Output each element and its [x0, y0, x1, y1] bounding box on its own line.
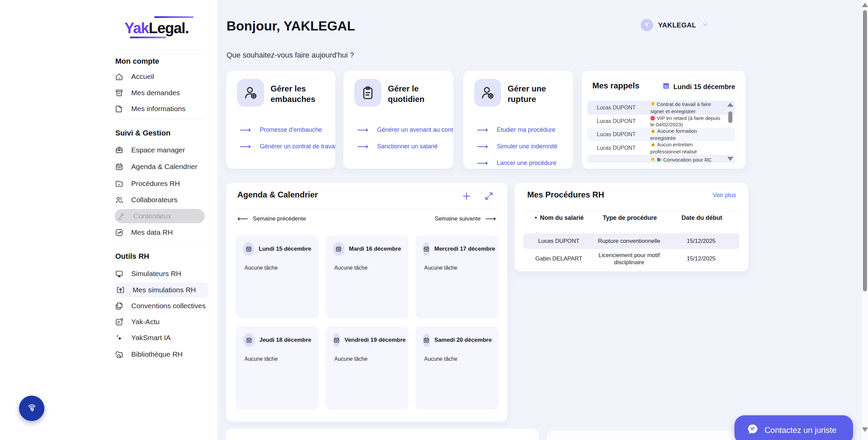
card-gerer-une-rupture: Gérer une rupture ⟶ Etudier ma procédure…	[463, 71, 573, 169]
link-lancer-procedure[interactable]: ⟶ Lancer une procédure	[477, 155, 566, 169]
folder-icon	[115, 179, 124, 188]
day-card-jeudi-18[interactable]: Jeudi 18 décembre Aucune tâche	[236, 327, 319, 410]
add-task-button[interactable]	[461, 191, 472, 202]
reminder-row[interactable]: Convocation pour RC	[587, 155, 735, 163]
day-card-samedi-20[interactable]: Samedi 20 décembre Aucune tâche	[415, 327, 498, 410]
arrow-right-icon: ⟶	[240, 143, 251, 150]
fingerprint-icon	[25, 401, 38, 416]
link-sanctionner-salarie[interactable]: ⟶ Sanctionner un salarié	[357, 138, 447, 155]
sidebar-item-label: Collaborateurs	[131, 196, 178, 204]
empty-task-label: Aucune tâche	[424, 356, 491, 362]
reminders-list[interactable]: Lucas DUPONT Contrat de travail à faire …	[587, 101, 735, 163]
reminder-row[interactable]: Lucas DUPONT Contrat de travail à faire …	[587, 101, 735, 115]
calendar-icon	[662, 82, 670, 91]
bullet-dot	[535, 217, 537, 218]
scroll-up-arrow[interactable]	[862, 3, 868, 7]
week-grid: Lundi 15 décembre Aucune tâche Mardi 16 …	[236, 235, 498, 410]
link-promesse-embauche[interactable]: ⟶ Promesse d'embauche	[240, 122, 329, 138]
sidebar-item-contentieux[interactable]: Contentieux	[115, 209, 205, 223]
sidebar-item-simulateurs-rh[interactable]: Simulateurs RH	[115, 266, 207, 281]
see-more-link[interactable]: Voir plus	[713, 192, 736, 199]
cell-type: Rupture conventionnelle	[594, 237, 664, 245]
news-icon	[115, 317, 124, 327]
sidebar-item-espace-manager[interactable]: Espace manager	[115, 143, 207, 158]
link-generer-avenant[interactable]: ⟶ Générer un avenant au contrat	[357, 122, 447, 138]
sidebar-item-agenda-calendrier[interactable]: Agenda & Calendrier	[115, 159, 207, 174]
sidebar-item-accueil[interactable]: Accueil	[115, 69, 207, 84]
column-header-date: Date du début	[665, 214, 739, 222]
agenda-panel: Agenda & Calendrier ⟵ Semaine précédente…	[226, 183, 507, 422]
sidebar-item-mes-demandes[interactable]: Mes demandes	[115, 85, 207, 100]
scroll-down-arrow[interactable]	[862, 427, 868, 432]
card-gerer-le-quotidien: Gérer le quotidien ⟶ Générer un avenant …	[343, 71, 453, 169]
page-scrollbar[interactable]	[861, 0, 868, 440]
section-heading-mon-compte: Mon compte	[115, 57, 159, 66]
avatar: Y	[641, 19, 653, 31]
chat-bubble-icon	[747, 423, 759, 437]
sidebar-item-procedures-rh[interactable]: Procédures RH	[115, 176, 207, 191]
empty-task-label: Aucune tâche	[334, 356, 401, 362]
contact-lawyer-button[interactable]: Contactez un juriste	[734, 415, 853, 440]
calendar-icon	[243, 242, 254, 256]
logo-accent-line-top	[154, 16, 194, 18]
sidebar-item-mes-informations[interactable]: Mes informations	[115, 101, 207, 116]
bell-icon	[650, 102, 655, 108]
meet-icon	[657, 157, 662, 163]
sidebar-item-yak-actu[interactable]: Yak-Actu	[115, 314, 207, 329]
scroll-down-arrow[interactable]	[727, 157, 733, 161]
sidebar-item-mes-data-rh[interactable]: Mes data RH	[115, 225, 207, 240]
table-row[interactable]: Gabin DELAPART Licenciement pour motif d…	[523, 250, 739, 268]
calendar-icon	[423, 333, 430, 347]
bell-icon	[650, 157, 655, 163]
sidebar-item-collaborateurs[interactable]: Collaborateurs	[115, 192, 207, 207]
day-card-vendredi-19[interactable]: Vendredi 19 décembre Aucune tâche	[326, 327, 409, 410]
reminders-scrollbar[interactable]	[727, 103, 734, 161]
yaklegal-logo[interactable]: YakLegal.	[124, 16, 196, 43]
reminder-row[interactable]: Lucas DUPONT Aucune formation enregistré…	[587, 128, 735, 141]
cookie-consent-button[interactable]	[19, 396, 44, 421]
sidebar-item-mes-simulations-rh[interactable]: Mes simulations RH	[115, 282, 208, 297]
documents-icon	[115, 301, 124, 311]
sidebar-item-conventions-collectives[interactable]: Conventions collectives	[115, 298, 207, 313]
card-title: Gérer le quotidien	[388, 84, 453, 104]
agenda-divider	[236, 209, 498, 209]
sidebar-item-label: Espace manager	[131, 146, 185, 154]
sidebar-item-bibliotheque-rh[interactable]: Bibliothèque RH	[115, 347, 207, 362]
link-generer-contrat-travail[interactable]: ⟶ Générer un contrat de travail	[240, 138, 329, 155]
sidebar-item-label: YakSmart IA	[131, 334, 171, 342]
reminder-row[interactable]: Lucas DUPONT Aucun entretien professionn…	[587, 141, 735, 155]
link-etudier-procedure[interactable]: ⟶ Etudier ma procédure	[477, 122, 566, 138]
reminder-row[interactable]: Lucas DUPONT VIP en retard (à faire depu…	[587, 115, 735, 128]
chevron-down-icon	[701, 20, 709, 30]
user-menu[interactable]: Y YAKLEGAL	[641, 19, 709, 31]
cell-name: Lucas DUPONT	[523, 238, 594, 245]
cell-name: Gabin DELAPART	[523, 255, 594, 262]
sidebar-divider	[115, 54, 205, 54]
empty-task-label: Aucune tâche	[334, 265, 401, 271]
next-week-button[interactable]: Semaine suivante ⟶	[435, 214, 496, 223]
calendar-icon	[423, 242, 430, 256]
scroll-thumb[interactable]	[728, 111, 732, 123]
sidebar-item-label: Mes demandes	[131, 89, 180, 97]
partial-panel-left	[226, 428, 538, 440]
expand-icon[interactable]	[484, 191, 494, 202]
calendar-icon	[115, 162, 124, 171]
day-card-mardi-16[interactable]: Mardi 16 décembre Aucune tâche	[326, 235, 409, 318]
link-simuler-indemnite[interactable]: ⟶ Simuler une indemnité	[477, 138, 566, 155]
procedures-table-header: Nom du salarié Type de procédure Date du…	[524, 214, 739, 222]
procedures-divider	[524, 211, 739, 211]
table-row[interactable]: Lucas DUPONT Rupture conventionnelle 15/…	[523, 233, 739, 249]
arrow-right-icon: ⟶	[240, 126, 251, 134]
day-card-mercredi-17[interactable]: Mercredi 17 décembre Aucune tâche	[415, 235, 498, 318]
scroll-thumb[interactable]	[863, 10, 867, 291]
calendar-icon	[243, 333, 255, 347]
previous-week-button[interactable]: ⟵ Semaine précédente	[237, 214, 306, 223]
reminders-title: Mes rappels	[592, 81, 639, 90]
arrow-left-icon: ⟵	[237, 214, 248, 223]
sidebar: YakLegal. Mon compte Accueil Mes demande…	[0, 0, 218, 440]
scroll-up-arrow[interactable]	[727, 103, 733, 107]
column-header-nom: Nom du salarié	[524, 214, 595, 222]
sidebar-item-yaksmart-ia[interactable]: YakSmart IA	[115, 330, 207, 345]
day-card-lundi-15[interactable]: Lundi 15 décembre Aucune tâche	[236, 235, 319, 318]
warning-icon	[650, 128, 656, 135]
